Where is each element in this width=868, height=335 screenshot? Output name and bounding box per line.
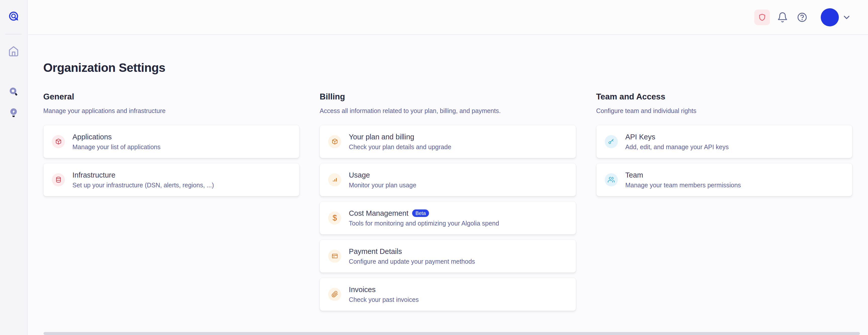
cube-icon [328, 135, 341, 148]
section-subtitle: Manage your applications and infrastruct… [43, 107, 300, 115]
section-cards: Applications Manage your list of applica… [43, 125, 300, 196]
bell-icon [777, 12, 788, 23]
user-menu-button[interactable] [842, 13, 851, 22]
card-title: Team [625, 170, 643, 179]
section-team-and-access: Team and Access Configure team and indiv… [596, 92, 852, 196]
database-icon [52, 173, 65, 186]
card-applications[interactable]: Applications Manage your list of applica… [43, 125, 300, 158]
bar-chart-icon [328, 173, 341, 186]
section-title: Team and Access [596, 92, 852, 102]
card-subtitle: Tools for monitoring and optimizing your… [349, 219, 499, 227]
card-title: Payment Details [349, 247, 402, 256]
card-team[interactable]: Team Manage your team members permission… [596, 163, 852, 196]
sidebar-divider [5, 34, 22, 34]
card-subtitle: Check your past invoices [349, 296, 418, 304]
help-button[interactable] [797, 12, 808, 23]
section-cards: API Keys Add, edit, and manage your API … [596, 125, 852, 196]
section-subtitle: Access all information related to your p… [319, 107, 576, 115]
page-title: Organization Settings [43, 61, 852, 75]
key-icon [605, 135, 618, 148]
chevron-down-icon [842, 13, 851, 22]
shield-icon [758, 13, 767, 22]
card-payment-details[interactable]: Payment Details Configure and update you… [319, 239, 576, 273]
main-content: Organization Settings General Manage you… [28, 35, 868, 335]
card-subtitle: Monitor your plan usage [349, 181, 416, 189]
algolia-logo[interactable] [8, 10, 19, 22]
card-infrastructure[interactable]: Infrastructure Set up your infrastructur… [43, 163, 300, 196]
section-title: Billing [319, 92, 576, 102]
help-circle-icon [797, 12, 808, 23]
horizontal-scrollbar[interactable] [43, 332, 860, 335]
home-icon[interactable] [8, 45, 19, 57]
section-title: General [43, 92, 300, 102]
card-title: Invoices [349, 285, 375, 294]
card-title: Infrastructure [72, 170, 116, 179]
beta-badge: Beta [412, 209, 429, 217]
card-title: Your plan and billing [349, 132, 414, 141]
notifications-button[interactable] [777, 12, 788, 23]
card-title: Applications [72, 132, 112, 141]
card-title: Cost Management [349, 209, 408, 218]
sidebar [0, 0, 28, 335]
card-usage[interactable]: Usage Monitor your plan usage [319, 163, 576, 196]
card-subtitle: Check your plan details and upgrade [349, 143, 451, 151]
card-subtitle: Set up your infrastructure (DSN, alerts,… [72, 181, 214, 189]
card-subtitle: Manage your team members permissions [625, 181, 741, 189]
card-api-keys[interactable]: API Keys Add, edit, and manage your API … [596, 125, 852, 158]
section-general: General Manage your applications and inf… [43, 92, 300, 196]
card-cost-management[interactable]: $ Cost Management Beta Tools for monitor… [319, 201, 576, 235]
user-avatar[interactable] [821, 8, 839, 26]
paperclip-icon [328, 288, 341, 301]
card-plan-and-billing[interactable]: Your plan and billing Check your plan de… [319, 125, 576, 158]
search-icon[interactable] [8, 86, 19, 98]
card-subtitle: Manage your list of applications [72, 143, 160, 151]
lightbulb-icon[interactable] [8, 107, 19, 119]
section-subtitle: Configure team and individual rights [596, 107, 852, 115]
card-invoices[interactable]: Invoices Check your past invoices [319, 277, 576, 311]
team-icon [605, 173, 618, 186]
card-subtitle: Add, edit, and manage your API keys [625, 143, 729, 151]
card-subtitle: Configure and update your payment method… [349, 258, 475, 265]
credit-card-icon [328, 249, 341, 263]
card-title: Usage [349, 170, 370, 179]
section-billing: Billing Access all information related t… [319, 92, 576, 311]
dollar-icon: $ [328, 211, 341, 225]
box-icon [52, 135, 65, 148]
section-cards: Your plan and billing Check your plan de… [319, 125, 576, 311]
security-shield-button[interactable] [754, 9, 770, 25]
topbar [28, 0, 868, 35]
card-title: API Keys [625, 132, 655, 141]
settings-grid: General Manage your applications and inf… [43, 92, 852, 311]
